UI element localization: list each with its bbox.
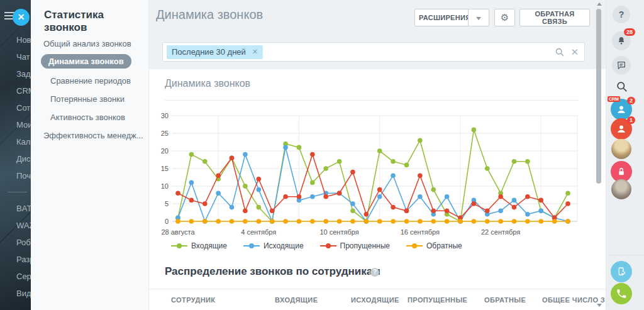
bell-icon [616,36,626,46]
legend-item[interactable]: Пропущенные [320,241,390,250]
calls-dynamics-chart: 05101520253028 августа4 сентября10 сентя… [151,107,585,240]
data-point [485,208,490,213]
employees-section-title: Распределение звонков по сотрудникам [165,265,380,278]
help-icon[interactable]: ? [370,268,379,277]
sidebar-item[interactable]: BATC [0,200,31,217]
data-point [243,152,248,157]
table-column-header[interactable]: ИСХОДЯЩИЕ [351,296,399,304]
data-point [256,205,261,210]
filter-tag-remove-icon[interactable]: ✕ [252,48,258,56]
scrollbar-up-arrow[interactable] [597,3,602,6]
stats-menu-item[interactable]: Потерянные звонки [50,94,125,104]
chart-legend: ВходящиеИсходящиеПропущенныеОбратные [171,241,462,250]
sidebar-item[interactable]: Зада [0,65,31,82]
data-point [189,198,194,203]
data-point [418,194,423,199]
data-point [445,208,450,213]
data-point [391,173,396,178]
table-column-header[interactable]: ПРОПУЩЕННЫЕ [408,296,467,304]
sidebar-item[interactable]: Нов [0,31,31,48]
legend-label: Исходящие [264,241,304,250]
table-column-header[interactable]: ОБРАТНЫЕ [484,296,526,304]
sidebar-item[interactable]: Мои [0,116,31,133]
close-icon: ✕ [18,12,25,22]
crm-badge: 2 [627,97,635,104]
data-point [350,219,355,224]
table-column-header[interactable]: ВХОДЯЩИЕ [275,296,318,304]
table-column-header[interactable]: СОТРУДНИК [171,296,215,304]
stats-panel: Статистика звонков Общий анализ звонковД… [31,0,149,310]
page-title: Динамика звонков [156,8,263,22]
svg-text:10: 10 [161,182,169,190]
data-point [230,205,235,210]
sidebar-item[interactable]: WAZ [0,217,31,234]
data-point [525,194,530,199]
filter-input[interactable] [263,45,555,59]
sidebar-item[interactable]: CRM [0,82,31,99]
user-avatar[interactable] [611,179,631,199]
filter-bar[interactable]: Последние 30 дней ✕ ✕ [162,42,585,62]
extensions-button[interactable]: РАСШИРЕНИЯ [414,9,469,26]
phone-icon [616,288,627,299]
data-point [189,180,194,185]
feedback-button[interactable]: ОБРАТНАЯ СВЯЗЬ [519,9,590,26]
stats-menu-item[interactable]: Активность звонков [50,113,125,122]
sidebar-item[interactable]: Разр [0,251,31,268]
sidebar-item[interactable]: Сере [0,268,31,285]
data-point [377,187,382,192]
legend-marker [320,243,336,249]
search-button[interactable] [616,80,628,93]
sidebar-item[interactable]: Робо [0,234,31,251]
help-button[interactable]: ? [613,6,630,23]
sidebar-item[interactable]: Виде [0,285,31,302]
search-icon[interactable] [555,48,564,57]
data-point [256,219,261,224]
data-point [310,194,315,199]
sidebar-item[interactable]: Чат [0,48,31,65]
gear-icon: ⚙ [501,12,509,23]
legend-item[interactable]: Исходящие [243,241,304,250]
settings-button[interactable]: ⚙ [494,9,515,26]
data-point [189,152,194,157]
legend-item[interactable]: Обратные [406,241,462,250]
stats-menu-item[interactable]: Общий анализ звонков [43,39,131,48]
svg-text:4 сентября: 4 сентября [241,228,276,236]
table-column-header[interactable]: ОБЩЕЕ ЧИСЛО З [542,296,605,304]
data-point [270,208,275,213]
data-point [565,191,570,196]
data-point [525,212,530,217]
extensions-dropdown-button[interactable] [468,9,489,26]
sidebar-item[interactable]: Сотр [0,99,31,116]
app-root: НовЧатЗадаCRMСотрМоиКалеДискПочтBATCWAZР… [0,0,644,310]
legend-item[interactable]: Входящие [171,241,227,250]
stats-menu-item[interactable]: Динамика звонков [41,54,131,69]
data-point [175,219,180,224]
stats-menu-item[interactable]: Эффективность менедж... [43,131,143,140]
sidebar-item[interactable]: Почт [0,167,31,184]
sidebar-menu: НовЧатЗадаCRMСотрМоиКалеДискПочтBATCWAZР… [0,31,31,302]
data-point [512,219,517,224]
user-avatar[interactable] [611,139,631,159]
telephony-device-button[interactable] [611,261,632,282]
sidebar-close-button[interactable]: ✕ [13,9,30,26]
chart-section-title: Динамика звонков [165,78,250,89]
call-button[interactable] [611,283,632,304]
scrollbar-down-arrow[interactable] [597,304,602,307]
legend-marker [406,243,423,249]
crm-tag: CRM [608,96,620,102]
sidebar-item[interactable]: Диск [0,150,31,167]
data-point [391,205,396,210]
filter-tag[interactable]: Последние 30 дней ✕ [167,45,263,59]
scrollbar-thumb[interactable] [596,9,601,184]
data-point [485,166,490,171]
filter-clear-icon[interactable]: ✕ [570,47,579,57]
svg-text:15: 15 [161,165,169,172]
sidebar-item[interactable]: Кале [0,133,31,150]
svg-text:10 сентября: 10 сентября [319,228,358,236]
data-point [418,173,423,178]
data-point [203,159,208,164]
stats-menu-item[interactable]: Сравнение периодов [50,76,131,86]
chat-button[interactable] [612,56,631,75]
legend-marker [171,243,187,249]
data-point [498,194,503,199]
